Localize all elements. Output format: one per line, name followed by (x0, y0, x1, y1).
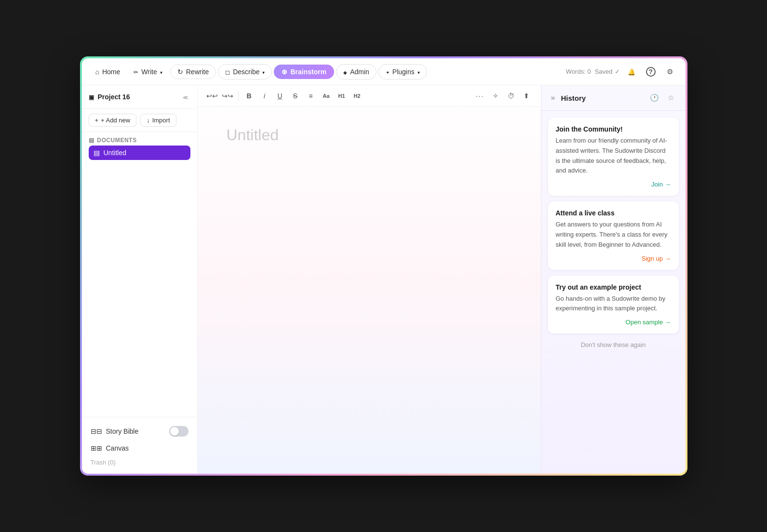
sidebar-actions: + + Add new ↓ Import (82, 109, 197, 132)
admin-label: Admin (350, 68, 369, 76)
panel-expand-button[interactable]: » (549, 92, 557, 104)
right-panel-nav: » History (549, 92, 586, 104)
list-icon: ≡ (309, 92, 312, 100)
import-label: Import (152, 117, 170, 124)
upload-button[interactable]: ⬆ (520, 89, 533, 103)
folder-icon (89, 93, 94, 101)
story-bible-label: ⊟ Story Bible (91, 427, 139, 435)
dont-show-button[interactable]: Don't show these again (548, 339, 679, 350)
brainstorm-icon (282, 68, 287, 76)
community-card-title: Join the Community! (556, 125, 671, 133)
undo-icon: ↩ (206, 92, 218, 100)
doc-icon (89, 137, 94, 144)
story-bible-toggle[interactable] (169, 426, 188, 437)
editor-toolbar: ↩ ↪ B i U S (198, 85, 541, 107)
home-nav-item[interactable]: Home (90, 65, 126, 79)
brainstorm-label: Brainstorm (290, 68, 326, 76)
strikethrough-button[interactable]: S (289, 89, 302, 103)
documents-section: Documents ▤ Untitled (82, 132, 197, 162)
doc-item-icon: ▤ (94, 149, 100, 157)
plus-icon: + (95, 117, 99, 124)
help-button[interactable]: ? (643, 64, 659, 80)
clock-icon: ⏱ (508, 92, 514, 100)
live-class-card-link: Sign up → (556, 255, 671, 262)
gear-icon (667, 67, 673, 76)
plugins-label: Plugins (392, 68, 415, 76)
bell-button[interactable] (624, 64, 639, 80)
join-link[interactable]: Join → (651, 181, 671, 188)
ai-assist-button[interactable]: ✧ (489, 89, 502, 103)
story-bible-icon: ⊟ (91, 427, 102, 435)
signup-link[interactable]: Sign up → (642, 255, 671, 262)
canvas-label: Canvas (106, 444, 129, 452)
rewrite-icon (177, 68, 183, 76)
h2-button[interactable]: H2 (350, 89, 364, 103)
import-icon: ↓ (147, 117, 150, 124)
document-item-untitled[interactable]: ▤ Untitled (89, 146, 190, 160)
history-clock-icon: 🕐 (650, 93, 659, 102)
favorites-button[interactable]: ☆ (664, 91, 678, 105)
write-nav-item[interactable]: Write (128, 65, 168, 79)
right-panel-header: » History 🕐 ☆ (541, 85, 686, 111)
saved-label: Saved (595, 68, 613, 75)
main-layout: Project 16 + + Add new ↓ Import (82, 85, 686, 474)
describe-icon (225, 68, 230, 76)
project-title: Project 16 (89, 93, 130, 101)
right-panel-content: Join the Community! Learn from our frien… (541, 111, 686, 474)
expand-icon: » (551, 93, 555, 102)
brainstorm-nav-item[interactable]: Brainstorm (274, 65, 334, 79)
rewrite-nav-item[interactable]: Rewrite (170, 65, 216, 79)
example-project-card: Try out an example project Go hands-on w… (548, 276, 679, 334)
star-icon: ☆ (668, 93, 674, 102)
documents-label: Documents (89, 137, 190, 144)
add-new-button[interactable]: + + Add new (89, 114, 137, 127)
strikethrough-icon: S (293, 92, 297, 100)
trash-row[interactable]: Trash (0) (89, 456, 190, 469)
underline-icon: U (277, 92, 282, 100)
admin-nav-item[interactable]: Admin (336, 64, 377, 80)
story-bible-row[interactable]: ⊟ Story Bible (89, 422, 190, 440)
more-options-button[interactable]: ··· (473, 89, 487, 103)
write-chevron-icon (160, 68, 162, 76)
describe-label: Describe (233, 68, 259, 76)
words-count: Words: 0 (566, 68, 591, 75)
ai-assist-icon: ✧ (493, 92, 498, 100)
h1-button[interactable]: H1 (335, 89, 349, 103)
community-card-link: Join → (556, 181, 671, 188)
sidebar-bottom: ⊟ Story Bible ⊞ Canvas Trash (0) (82, 417, 197, 474)
underline-button[interactable]: U (273, 89, 287, 103)
bell-icon (628, 67, 635, 76)
list-button[interactable]: ≡ (304, 89, 318, 103)
history-toolbar-button[interactable]: ⏱ (504, 89, 518, 103)
admin-icon (343, 68, 347, 76)
story-bible-text: Story Bible (106, 427, 139, 435)
live-class-card-body: Get answers to your questions from AI wr… (556, 220, 671, 250)
topnav: Home Write Rewrite Describe Brainstorm (82, 58, 686, 85)
plugins-nav-item[interactable]: Plugins (378, 64, 427, 80)
community-card: Join the Community! Learn from our frien… (548, 118, 679, 196)
plugins-icon (386, 68, 390, 76)
bold-button[interactable]: B (242, 89, 256, 103)
canvas-row[interactable]: ⊞ Canvas (89, 440, 190, 456)
import-button[interactable]: ↓ Import (140, 114, 176, 127)
home-label: Home (102, 68, 120, 76)
editor-area: ↩ ↪ B i U S (198, 85, 541, 474)
describe-nav-item[interactable]: Describe (218, 64, 272, 80)
open-sample-link[interactable]: Open sample → (626, 319, 671, 326)
history-clock-button[interactable]: 🕐 (648, 91, 661, 105)
toolbar-separator-1 (238, 91, 239, 101)
describe-chevron-icon (262, 68, 265, 76)
undo-button[interactable]: ↩ (205, 89, 219, 103)
doc-item-label: Untitled (104, 149, 126, 157)
nav-right: Words: 0 Saved ✓ ? (566, 64, 678, 80)
editor-placeholder: Untitled (227, 126, 512, 144)
bold-icon: B (246, 92, 251, 100)
redo-button[interactable]: ↪ (221, 89, 234, 103)
rewrite-label: Rewrite (186, 68, 209, 76)
editor-content[interactable]: Untitled (198, 107, 541, 474)
settings-button[interactable] (662, 64, 678, 80)
sidebar-collapse-button[interactable] (181, 91, 190, 103)
italic-button[interactable]: i (258, 89, 271, 103)
collapse-icon (183, 93, 188, 101)
font-size-button[interactable]: Aa (320, 89, 333, 103)
